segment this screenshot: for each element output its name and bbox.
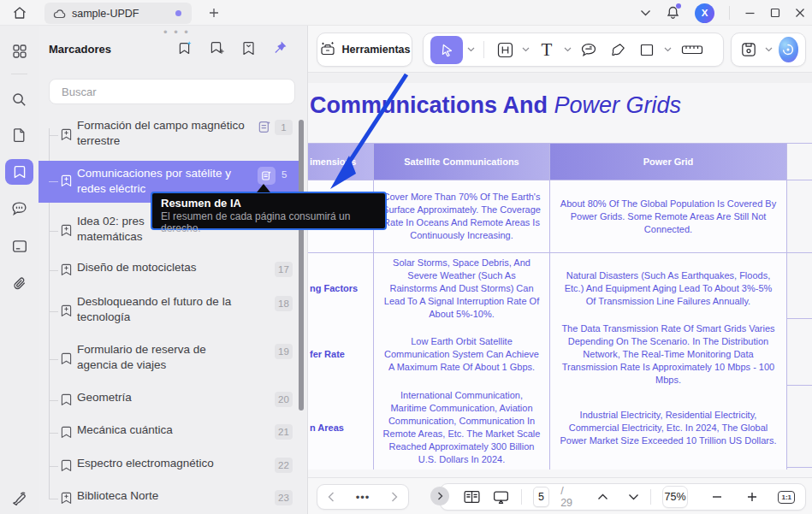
- avatar[interactable]: X: [695, 3, 714, 23]
- bookmark-plus-icon: [61, 492, 72, 505]
- bookmark-item[interactable]: Formulario de reserva de agencia de viaj…: [39, 340, 299, 378]
- attachments-icon[interactable]: [0, 270, 39, 298]
- bookmark-item[interactable]: Formación del campo magnético terrestre …: [39, 116, 299, 154]
- tools-button[interactable]: Herramientas: [317, 32, 412, 67]
- zoom-level[interactable]: 75%: [662, 486, 689, 508]
- bookmark-item[interactable]: Mecánica cuántica 21: [39, 421, 299, 445]
- bookmark-item[interactable]: Diseño de motocicletas 17: [39, 258, 299, 282]
- page-number-input[interactable]: 5: [533, 487, 550, 507]
- page-badge: 1: [275, 120, 293, 135]
- sidebar-scrollbar[interactable]: [299, 120, 304, 411]
- ai-bookmark-icon[interactable]: [176, 39, 193, 56]
- apps-grid-icon[interactable]: [0, 38, 39, 65]
- highlighter-tool-icon[interactable]: [605, 36, 631, 64]
- collapse-bookmarks-icon[interactable]: [240, 39, 257, 56]
- ai-summary-icon[interactable]: [258, 167, 276, 185]
- comment-tool-icon[interactable]: [576, 36, 602, 64]
- home-icon: [12, 5, 27, 21]
- chevron-down-icon[interactable]: [467, 47, 475, 52]
- bookmark-item[interactable]: Desbloqueando el futuro de la tecnología…: [39, 292, 299, 330]
- measure-tool-icon[interactable]: [676, 36, 708, 64]
- chevron-down-icon[interactable]: [628, 493, 639, 500]
- annotation-tools: T: [423, 32, 724, 67]
- page-badge: 17: [275, 262, 293, 277]
- document-page[interactable]: Communications And Power Grids imensions…: [308, 73, 812, 477]
- page-thumbnails-icon[interactable]: [0, 121, 39, 149]
- page-badge: 23: [275, 490, 293, 505]
- search-input[interactable]: [60, 85, 284, 99]
- header-cell: imensions: [308, 144, 374, 180]
- chevron-down-icon[interactable]: [522, 47, 530, 52]
- document-tab[interactable]: sample-UPDF: [44, 3, 192, 24]
- text-tool-icon[interactable]: T: [534, 36, 560, 64]
- page-badge: 21: [275, 424, 293, 440]
- tools-label: Herramientas: [342, 44, 411, 56]
- history-nav: •••: [317, 484, 409, 510]
- panel-resize-handle[interactable]: • • •: [163, 26, 190, 38]
- chevron-down-icon[interactable]: [765, 47, 773, 52]
- shapes-tool-icon[interactable]: [634, 36, 660, 64]
- page-badge: 20: [275, 392, 293, 407]
- cell: Low Earth Orbit Satellite Communication …: [374, 319, 550, 390]
- ai-assistant-icon[interactable]: [779, 37, 799, 62]
- toolbox-icon: [319, 41, 336, 58]
- chevron-left-icon[interactable]: [328, 492, 335, 502]
- bell-icon[interactable]: [666, 5, 680, 21]
- table-row: fer Rate Low Earth Orbit Satellite Commu…: [308, 319, 812, 386]
- bottom-bar: ••• 5 / 29 75% 1:1: [308, 477, 812, 514]
- header-cell: Satellite Communications: [374, 144, 550, 180]
- bookmark-plus-icon: [61, 263, 72, 276]
- bookmark-item[interactable]: Geometría 20: [39, 388, 299, 412]
- bookmarks-icon[interactable]: [5, 159, 33, 185]
- plus-icon[interactable]: [746, 491, 758, 503]
- header-cell: Power Grid: [550, 144, 787, 180]
- heading-tool-icon[interactable]: [492, 36, 518, 64]
- document-toolbar: Herramientas T: [308, 26, 812, 73]
- home-button[interactable]: [9, 3, 31, 22]
- add-bookmark-icon[interactable]: [208, 39, 225, 56]
- signature-icon[interactable]: [0, 484, 39, 511]
- chevron-up-icon[interactable]: [597, 493, 608, 500]
- ai-summary-icon[interactable]: [258, 120, 272, 134]
- pin-icon[interactable]: [271, 39, 288, 56]
- bookmark-item[interactable]: Espectro electromagnético 22: [39, 454, 299, 478]
- maximize-icon[interactable]: [770, 8, 780, 18]
- cell: Solar Storms, Space Debris, And Severe W…: [374, 253, 550, 324]
- panel-title: Marcadores: [49, 43, 111, 56]
- comments-icon[interactable]: [0, 195, 39, 222]
- pointer-tool-icon[interactable]: [430, 36, 463, 64]
- chevron-down-icon[interactable]: [564, 47, 572, 52]
- presentation-icon[interactable]: [492, 489, 510, 505]
- chevron-right-circle-icon[interactable]: [430, 487, 449, 505]
- search-icon[interactable]: [0, 86, 39, 113]
- page-badge: 19: [275, 344, 293, 359]
- page-badge: 22: [275, 458, 293, 473]
- bookmark-icon: [61, 393, 72, 406]
- cell: Natural Disasters (Such As Earthquakes, …: [550, 253, 787, 324]
- cloud-icon: [53, 9, 66, 19]
- bookmark-icon: [61, 352, 72, 365]
- tooltip-body: El resumen de cada página consumirá un d…: [161, 210, 376, 234]
- book-view-icon[interactable]: [463, 489, 481, 505]
- minimize-icon[interactable]: [744, 8, 756, 19]
- bookmark-search[interactable]: [49, 79, 295, 104]
- save-icon[interactable]: [738, 36, 759, 64]
- tooltip-title: Resumen de IA: [161, 197, 376, 210]
- chevron-right-icon[interactable]: [391, 492, 398, 502]
- divider: [729, 6, 730, 20]
- cell: About 80% Of The Global Population Is Co…: [550, 180, 787, 252]
- bookmark-plus-icon: [61, 174, 72, 187]
- chevron-down-icon[interactable]: [664, 47, 672, 52]
- tooltip-caret: [257, 184, 270, 192]
- actual-size-button[interactable]: 1:1: [778, 491, 795, 504]
- minus-icon[interactable]: [711, 491, 723, 503]
- more-button[interactable]: •••: [356, 491, 370, 504]
- chevron-down-icon[interactable]: [640, 9, 651, 16]
- bookmark-item[interactable]: Biblioteca Norte 23: [39, 487, 299, 511]
- left-rail: [0, 26, 39, 514]
- notes-icon[interactable]: [0, 233, 39, 260]
- close-icon[interactable]: [795, 8, 805, 18]
- table-row: ng Factors Solar Storms, Space Debris, A…: [308, 253, 812, 319]
- new-tab-button[interactable]: [204, 3, 224, 23]
- cell: Industrial Electricity, Residential Elec…: [550, 386, 787, 470]
